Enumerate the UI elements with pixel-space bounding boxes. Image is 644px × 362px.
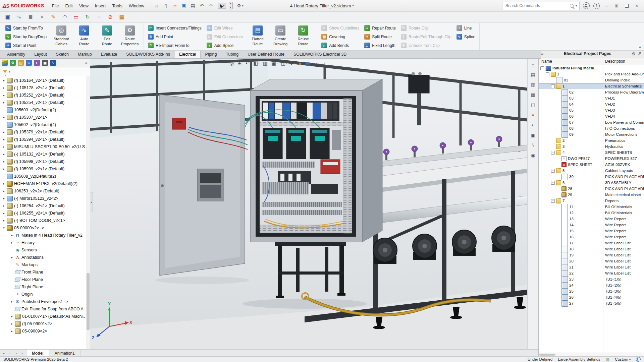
project-page-row[interactable]: 15 Wire Report — [539, 228, 644, 234]
spline-button[interactable]: ∿ Spline — [455, 33, 477, 41]
feature-tree-item[interactable]: 105603_v2(Default)(2) — [0, 106, 86, 114]
edit-route-button[interactable]: ✎ Edit Route — [96, 24, 118, 51]
eraser-icon[interactable]: ▭ — [72, 13, 80, 21]
open-icon[interactable]: ▱ — [171, 2, 179, 10]
line-button[interactable]: / Line — [455, 24, 477, 32]
expand-arrow-icon[interactable]: ▸ — [10, 322, 14, 325]
dimxpertmanager-tab-icon[interactable]: ⊕ — [26, 60, 32, 66]
project-page-row[interactable]: 7 Reports — [539, 198, 644, 204]
measure-icon[interactable]: ⌖ — [38, 13, 46, 21]
expand-arrow-icon[interactable]: ▸ — [2, 138, 6, 141]
options-button[interactable]: ⚙ ▾ — [235, 3, 245, 9]
project-page-row[interactable]: 14 Wire Report — [539, 222, 644, 228]
unit-system-dropdown[interactable]: Custom ▾ — [615, 357, 631, 361]
tab-tubing[interactable]: Tubing — [221, 50, 243, 58]
feature-tree-item[interactable]: ▸ (-) 105178_v2<1> (Default) — [0, 84, 86, 92]
expand-arrow-icon[interactable]: ▸ — [10, 315, 14, 318]
tab-sketch[interactable]: Sketch — [52, 50, 73, 58]
expand-arrow-icon[interactable]: ▸ — [2, 79, 6, 82]
tab-solidworks-electrical-3d[interactable]: SOLIDWORKS Electrical 3D — [289, 50, 351, 58]
feature-tree-item[interactable]: ▸ (f) 105164_v2<1> (Default) — [0, 77, 86, 84]
auto-route-button[interactable]: ∿ Auto Route — [73, 24, 96, 51]
menu-view[interactable]: View — [76, 2, 92, 10]
project-page-row[interactable]: 23 TB1-(1/5) — [539, 276, 644, 282]
show-guidelines-button[interactable]: ≡ Show Guidelines — [320, 24, 361, 32]
display-style-icon[interactable]: ◫ ▾ — [281, 60, 287, 66]
last-sheet-button[interactable]: » — [20, 351, 24, 356]
start-at-point-button[interactable]: ⌖ Start at Point — [4, 41, 48, 50]
sketch-wire-icon[interactable]: ✎ — [49, 13, 58, 21]
feature-tree-item[interactable]: ▸ ⊓ Mates in 4 Head Rotary Filler_v2 — [0, 232, 86, 239]
tab-animation1[interactable]: Animation1 — [49, 350, 80, 357]
save-icon[interactable]: ▣ — [180, 2, 188, 10]
project-page-row[interactable]: 25 TB1-(3/5) — [539, 288, 644, 294]
feature-tree-item[interactable]: ▸ HOFFMAN E1PBX_v2(Default)(2) — [0, 180, 86, 187]
project-page-row[interactable]: 09 Motor Connections — [539, 131, 644, 137]
fixed-length-button[interactable]: ↔ Fixed Length — [363, 41, 397, 50]
home-icon[interactable]: ⌂ — [529, 61, 537, 68]
feature-tree-item[interactable]: ▸ ✉ Published Envelopes1 -> — [0, 298, 86, 305]
expand-arrow-icon[interactable]: ▸ — [2, 130, 6, 134]
project-page-row[interactable]: 5 Cabinet Layouts — [539, 168, 644, 174]
expander-icon[interactable] — [546, 72, 549, 76]
feature-tree-item[interactable]: ▸ 01-01007<1> (Default<As Machi... — [0, 313, 86, 320]
restore-button[interactable] — [622, 1, 631, 10]
expander-icon[interactable] — [540, 66, 544, 70]
scrollbar-thumb[interactable] — [539, 354, 555, 356]
first-sheet-button[interactable]: « — [2, 351, 6, 356]
feature-tree-item[interactable]: ▸ (-) 106254_v2<1> (Default) — [0, 202, 86, 209]
feature-tree-item[interactable]: ▸ ◔ History — [0, 239, 86, 246]
feature-tree-item[interactable]: ✎ Markups — [0, 261, 86, 268]
propertymanager-tab-icon[interactable]: ⚙ — [10, 60, 16, 66]
panel-splitter-handle[interactable]: ◂ — [90, 192, 93, 212]
project-page-row[interactable]: 1 Electrical Schematics — [539, 83, 644, 89]
add-point-button[interactable]: ⊕ Add Point — [146, 33, 203, 41]
tab-evaluate[interactable]: Evaluate — [97, 50, 122, 58]
appearances-icon[interactable]: ● — [529, 111, 537, 119]
project-page-row[interactable]: 11 Bill Of Materials — [539, 204, 644, 210]
tab-markup[interactable]: Markup — [73, 50, 96, 58]
project-page-row[interactable]: 07 Low Power and Comms — [539, 119, 644, 125]
feature-tree-item[interactable]: ◉ Sensors — [0, 246, 86, 254]
expand-arrow-icon[interactable]: ▸ — [2, 101, 6, 104]
redo-icon[interactable]: ↷ — [207, 2, 215, 10]
start-by-fromto-button[interactable]: ∿ Start by From/To — [4, 24, 48, 32]
feature-tree-item[interactable]: ▸ (-) BOTTOM DOOR_v2<1> — [0, 217, 86, 224]
undo-icon[interactable]: ↶ — [198, 2, 206, 10]
pan-icon[interactable]: + — [323, 61, 326, 66]
feature-tree-item[interactable]: ▸ (f) 105252_v2<1> (Default) — [0, 92, 86, 99]
feature-tree-item[interactable]: ▸ (-) 106255_v2<1> (Default) — [0, 209, 86, 217]
project-page-row[interactable]: 03 VFD1 — [539, 95, 644, 101]
column-name[interactable]: Name — [539, 58, 603, 65]
edit-connectors-button[interactable]: ⊏ Edit Connectors — [205, 33, 245, 41]
feature-tree-item[interactable]: 105608_v2(Default)(2) — [0, 173, 86, 180]
feature-tree-item[interactable]: ▸ A Annotations — [0, 254, 86, 261]
electrical-symbols-icon[interactable]: ϟ — [529, 141, 537, 149]
split-route-button[interactable]: Y Split Route — [363, 33, 397, 41]
configurationmanager-tab-icon[interactable]: ▤ — [18, 60, 24, 66]
wire-list-icon[interactable]: ≡ — [95, 13, 103, 21]
feature-tree-item[interactable]: ▸ (f) 105999_v2<1> (Default) — [0, 165, 86, 173]
view-orientation-icon[interactable]: ▣ ▾ — [271, 60, 278, 66]
globe-icon[interactable] — [636, 357, 641, 362]
pin-panel-icon[interactable] — [638, 52, 642, 56]
project-page-row[interactable]: 17 Wire Label List — [539, 240, 644, 246]
tab-model[interactable]: Model — [26, 350, 49, 357]
search-input[interactable] — [505, 3, 568, 8]
repair-route-button[interactable]: + Repair Route — [363, 24, 397, 32]
add-splice-button[interactable]: + Add Splice — [205, 41, 245, 50]
electrical-manager-tab-icon[interactable]: ϟ — [50, 60, 56, 66]
edit-appearance-icon[interactable]: ● — [299, 61, 302, 66]
zoom-fit-icon[interactable]: ◎ — [229, 60, 234, 66]
create-drawing-button[interactable]: ▭ Create Drawing — [269, 24, 292, 51]
project-page-row[interactable]: 08 I / O Connections — [539, 125, 644, 131]
project-page-row[interactable]: 6 3D ASSEMBLY — [539, 180, 644, 186]
zoom-area-icon[interactable]: ⊞ — [237, 60, 242, 66]
feature-tree-item[interactable]: ⌖ Origin — [0, 291, 86, 298]
feature-tree-item[interactable]: ▸ (f) 105254_v2<1> (Default) — [0, 99, 86, 106]
update-routes-icon[interactable]: ↻ — [83, 13, 92, 21]
project-page-row[interactable]: Industrial Filling Machi... — [539, 65, 644, 71]
project-page-row[interactable]: 19 Wire Label List — [539, 252, 644, 258]
horizontal-scrollbar[interactable] — [539, 353, 644, 356]
feature-tree-item[interactable]: ▸ (f) 105379_v2<1> (Default) — [0, 128, 86, 136]
